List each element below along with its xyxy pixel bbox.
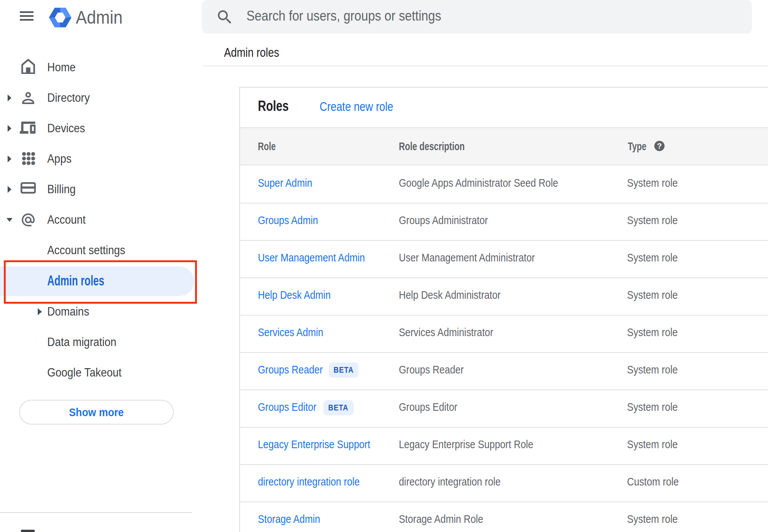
svg-text:?: ? [657,141,662,150]
